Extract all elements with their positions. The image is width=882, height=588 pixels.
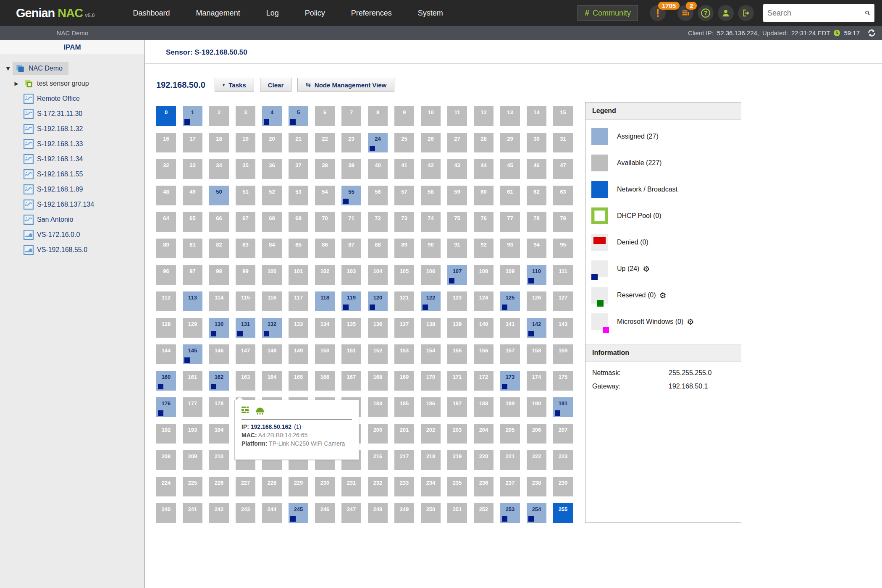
ip-cell-134[interactable]: 134 [315,318,335,338]
sidebar-item-nac-demo[interactable]: ▼NAC Demo [0,61,144,76]
ip-cell-118[interactable]: 118 [315,291,335,311]
menu-item-dashboard[interactable]: Dashboard [120,0,183,26]
sidebar-item-s-192-168-1-55[interactable]: S-192.168.1.55 [0,167,144,182]
ip-cell-30[interactable]: 30 [527,133,546,152]
ip-cell-87[interactable]: 87 [341,239,361,258]
ip-cell-137[interactable]: 137 [394,318,414,338]
ip-cell-51[interactable]: 51 [236,186,255,205]
ip-cell-39[interactable]: 39 [341,159,361,179]
ip-cell-123[interactable]: 123 [447,291,467,311]
ip-cell-174[interactable]: 174 [527,371,546,391]
caret-down-icon[interactable]: ▼ [3,66,13,71]
ip-cell-245[interactable]: 245 [289,503,308,523]
ip-cell-167[interactable]: 167 [341,371,361,391]
ip-cell-194[interactable]: 194 [209,424,229,444]
ip-cell-203[interactable]: 203 [447,424,467,444]
ip-cell-239[interactable]: 239 [553,477,573,496]
ip-cell-34[interactable]: 34 [209,159,229,179]
ip-cell-130[interactable]: 130 [209,318,229,338]
ip-cell-129[interactable]: 129 [183,318,202,338]
ip-cell-45[interactable]: 45 [500,159,520,179]
ip-cell-25[interactable]: 25 [394,133,414,152]
ip-cell-112[interactable]: 112 [156,291,176,311]
logs-button[interactable]: 2 [677,5,693,21]
ip-cell-3[interactable]: 3 [236,106,255,126]
ip-cell-246[interactable]: 246 [315,503,335,523]
alerts-button[interactable]: ! 1705 [650,5,666,21]
ip-cell-105[interactable]: 105 [394,265,414,285]
ip-cell-76[interactable]: 76 [474,212,494,232]
ip-cell-255[interactable]: 255 [553,503,573,523]
ip-cell-86[interactable]: 86 [315,239,335,258]
ip-cell-149[interactable]: 149 [289,344,308,364]
ip-cell-187[interactable]: 187 [447,397,467,417]
ip-cell-154[interactable]: 154 [421,344,441,364]
community-button[interactable]: # Community [578,5,638,21]
sidebar-item-s-192-168-1-33[interactable]: S-192.168.1.33 [0,136,144,152]
ip-cell-70[interactable]: 70 [315,212,335,232]
ip-cell-60[interactable]: 60 [474,186,494,205]
ip-cell-247[interactable]: 247 [341,503,361,523]
ip-cell-209[interactable]: 209 [183,450,202,470]
ip-cell-159[interactable]: 159 [553,344,573,364]
menu-item-policy[interactable]: Policy [292,0,338,26]
refresh-button[interactable] [867,29,876,37]
ip-cell-66[interactable]: 66 [209,212,229,232]
ip-cell-64[interactable]: 64 [156,212,176,232]
ip-cell-59[interactable]: 59 [447,186,467,205]
ip-cell-89[interactable]: 89 [394,239,414,258]
ip-cell-96[interactable]: 96 [156,265,176,285]
ip-cell-61[interactable]: 61 [500,186,520,205]
ip-cell-101[interactable]: 101 [289,265,308,285]
ip-cell-10[interactable]: 10 [421,106,441,126]
ip-cell-21[interactable]: 21 [289,133,308,152]
ip-cell-147[interactable]: 147 [236,344,255,364]
ip-cell-141[interactable]: 141 [500,318,520,338]
ip-cell-62[interactable]: 62 [527,186,546,205]
ip-cell-99[interactable]: 99 [236,265,255,285]
ip-cell-102[interactable]: 102 [315,265,335,285]
ip-cell-200[interactable]: 200 [368,424,388,444]
ip-cell-221[interactable]: 221 [500,450,520,470]
ip-cell-97[interactable]: 97 [183,265,202,285]
ip-cell-166[interactable]: 166 [315,371,335,391]
ip-cell-8[interactable]: 8 [368,106,388,126]
ip-cell-190[interactable]: 190 [527,397,546,417]
ip-cell-210[interactable]: 210 [209,450,229,470]
node-management-view-button[interactable]: ⇆ Node Management View [297,78,394,92]
ip-cell-216[interactable]: 216 [368,450,388,470]
ip-cell-58[interactable]: 58 [421,186,441,205]
ip-cell-88[interactable]: 88 [368,239,388,258]
ip-cell-54[interactable]: 54 [315,186,335,205]
ip-cell-19[interactable]: 19 [236,133,255,152]
ip-cell-252[interactable]: 252 [474,503,494,523]
sidebar-item-vs-192-168-55-0[interactable]: VS-192.168.55.0 [0,242,144,257]
ip-cell-20[interactable]: 20 [262,133,282,152]
ip-cell-83[interactable]: 83 [236,239,255,258]
ip-cell-41[interactable]: 41 [394,159,414,179]
ip-cell-75[interactable]: 75 [447,212,467,232]
ip-cell-193[interactable]: 193 [183,424,202,444]
ip-cell-80[interactable]: 80 [156,239,176,258]
ip-cell-148[interactable]: 148 [262,344,282,364]
ip-cell-104[interactable]: 104 [368,265,388,285]
ip-cell-46[interactable]: 46 [527,159,546,179]
ip-cell-158[interactable]: 158 [527,344,546,364]
ip-cell-74[interactable]: 74 [421,212,441,232]
ip-cell-91[interactable]: 91 [447,239,467,258]
ip-cell-106[interactable]: 106 [421,265,441,285]
ip-cell-109[interactable]: 109 [500,265,520,285]
ip-cell-12[interactable]: 12 [474,106,494,126]
ip-cell-98[interactable]: 98 [209,265,229,285]
ip-cell-227[interactable]: 227 [236,477,255,496]
sidebar-item-s-192-168-1-34[interactable]: S-192.168.1.34 [0,152,144,167]
ip-cell-49[interactable]: 49 [183,186,202,205]
ip-cell-164[interactable]: 164 [262,371,282,391]
ip-cell-207[interactable]: 207 [553,424,573,444]
ip-cell-0[interactable]: 0 [156,106,176,126]
account-button[interactable] [718,5,734,21]
ip-cell-241[interactable]: 241 [183,503,202,523]
search-icon[interactable] [865,8,870,18]
ip-cell-119[interactable]: 119 [341,291,361,311]
ip-cell-243[interactable]: 243 [236,503,255,523]
